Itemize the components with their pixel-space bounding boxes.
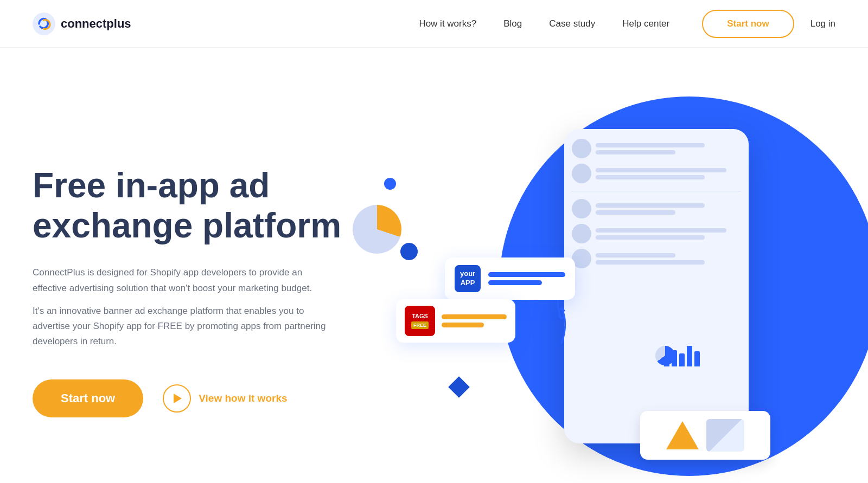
hero-desc1: ConnectPlus is designed for Shopify app … (33, 265, 336, 295)
phone-lines-3 (596, 203, 741, 215)
tags-icon: TAGS FREE (405, 306, 435, 336)
tags-card: TAGS FREE (396, 299, 515, 343)
phone-line (596, 228, 726, 233)
play-circle (163, 384, 191, 413)
bottom-card-triangle (666, 421, 699, 449)
phone-row-5 (572, 249, 741, 268)
hero-section: Free in-app ad exchange platform Connect… (0, 48, 868, 483)
hero-actions: Start now View how it works (33, 379, 380, 417)
phone-row-1 (572, 139, 741, 158)
start-now-nav-button[interactable]: Start now (702, 10, 794, 38)
deco-chart-circle (655, 346, 675, 365)
phone-lines-2 (596, 168, 741, 179)
tags-line-1 (442, 314, 507, 319)
phone-line (596, 203, 705, 208)
phone-row-2 (572, 164, 741, 183)
phone-lines-1 (596, 143, 741, 154)
your-app-lines (488, 272, 565, 285)
chart-bar-5 (694, 351, 700, 366)
tags-label: TAGS (412, 313, 428, 320)
deco-pie-chart (353, 205, 401, 254)
chart-bar-4 (687, 346, 692, 366)
hero-illustration: your APP TAGS FREE (380, 80, 835, 483)
phone-mockup (564, 129, 749, 443)
nav-how-it-works[interactable]: How it works? (419, 18, 476, 29)
your-app-badge: your APP (455, 265, 481, 292)
tags-line-2 (442, 323, 484, 327)
phone-avatar-2 (572, 164, 591, 183)
phone-row-4 (572, 224, 741, 243)
arrow-up-icon (548, 292, 575, 346)
view-how-text: View how it works (199, 392, 287, 404)
chart-bar-3 (679, 353, 685, 366)
bottom-card (640, 411, 770, 460)
phone-lines-4 (596, 228, 741, 240)
brand-name: connectplus (61, 17, 131, 31)
hero-desc2: It's an innovative banner ad exchange pl… (33, 304, 336, 349)
phone-line (596, 150, 675, 154)
deco-dot-1 (384, 178, 396, 190)
logo[interactable]: connectplus (33, 12, 131, 35)
hero-left: Free in-app ad exchange platform Connect… (33, 155, 380, 417)
navbar: connectplus How it works? Blog Case stud… (0, 0, 868, 48)
deco-diamond-1 (448, 376, 470, 398)
phone-line (596, 260, 705, 265)
phone-avatar-1 (572, 139, 591, 158)
login-link[interactable]: Log in (810, 18, 835, 29)
your-app-line-1 (488, 272, 565, 277)
logo-icon (33, 12, 55, 35)
phone-avatar-3 (572, 199, 591, 218)
hero-title: Free in-app ad exchange platform (33, 166, 380, 246)
nav-links: How it works? Blog Case study Help cente… (419, 18, 669, 29)
your-app-line-2 (488, 280, 542, 285)
play-icon (174, 394, 182, 403)
phone-line (596, 253, 675, 257)
bottom-card-image (706, 419, 744, 452)
nav-help-center[interactable]: Help center (622, 18, 669, 29)
phone-line (596, 175, 705, 179)
phone-line (596, 168, 726, 172)
nav-case-study[interactable]: Case study (549, 18, 595, 29)
tags-free-badge: FREE (411, 321, 429, 329)
phone-line (596, 235, 705, 240)
svg-point-0 (33, 12, 55, 35)
tags-lines (442, 314, 507, 327)
phone-line (596, 143, 705, 147)
nav-blog[interactable]: Blog (503, 18, 522, 29)
phone-separator (572, 191, 741, 191)
phone-line (596, 210, 675, 215)
view-how-button[interactable]: View how it works (163, 384, 287, 413)
start-now-hero-button[interactable]: Start now (33, 379, 143, 417)
phone-avatar-4 (572, 224, 591, 243)
phone-row-3 (572, 199, 741, 218)
deco-dot-3 (400, 243, 418, 260)
your-app-card: your APP (445, 257, 575, 300)
phone-lines-5 (596, 253, 741, 265)
